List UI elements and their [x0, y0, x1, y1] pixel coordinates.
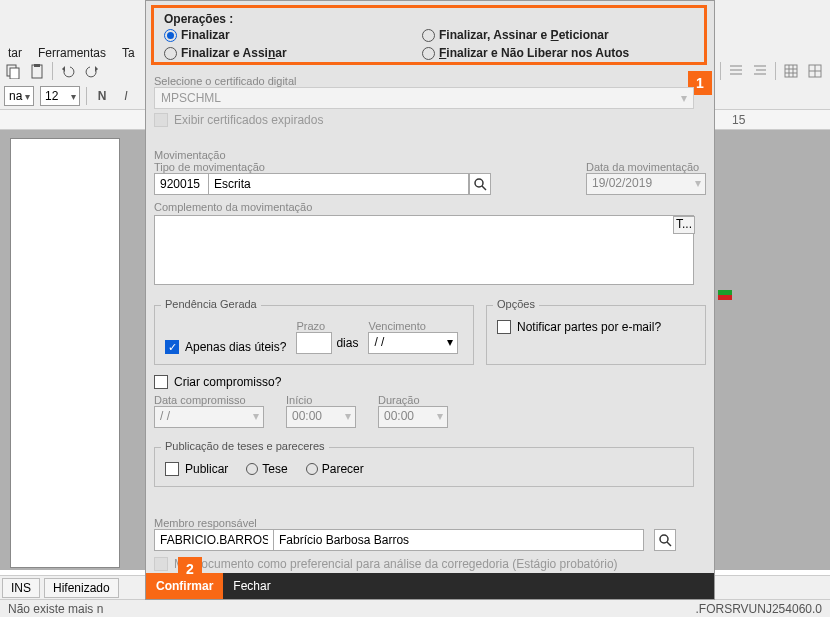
fechar-button[interactable]: Fechar — [223, 573, 280, 599]
callout-badge-2: 2 — [178, 557, 202, 581]
search-tipo-button[interactable] — [469, 173, 491, 195]
radio-finalizar-nao-liberar[interactable]: Finalizar e Não Liberar nos Autos — [422, 46, 722, 60]
duracao-label: Duração — [378, 394, 448, 406]
membro-label: Membro responsável — [154, 517, 706, 529]
radio-finalizar[interactable]: Finalizar — [164, 28, 414, 42]
status-ins[interactable]: INS — [2, 578, 40, 598]
status-msg: Não existe mais n — [8, 602, 103, 616]
svg-line-7 — [482, 186, 486, 190]
radio-finalizar-assinar[interactable]: Finalizar e Assinar — [164, 46, 414, 60]
ruler-tick: 15 — [732, 113, 745, 127]
svg-line-9 — [667, 542, 671, 546]
svg-point-6 — [475, 179, 483, 187]
notificar-checkbox[interactable]: Notificar partes por e-mail? — [497, 320, 661, 334]
svg-rect-1 — [10, 68, 19, 79]
redo-icon[interactable] — [83, 62, 101, 80]
publicacao-section: Publicação de teses e pareceres Publicar… — [154, 447, 706, 487]
svg-point-8 — [660, 535, 668, 543]
font-size-combo[interactable]: 12 — [40, 86, 80, 106]
menu-item[interactable]: Ta — [118, 44, 139, 62]
membro-section: Membro responsável M r documento como pr… — [154, 517, 706, 574]
font-name-combo[interactable]: na — [4, 86, 34, 106]
tipo-code-input[interactable] — [154, 173, 209, 195]
divider — [86, 87, 87, 105]
radio-finalizar-assinar-peticionar[interactable]: Finalizar, Assinar e Peticionar — [422, 28, 722, 42]
pendencia-title: Pendência Gerada — [161, 298, 261, 310]
compromisso-section: Criar compromisso? Data compromisso / /▾… — [154, 375, 706, 428]
tipo-desc-input[interactable] — [209, 173, 469, 195]
opcoes-title: Opções — [493, 298, 539, 310]
chevron-down-icon: ▾ — [695, 176, 701, 190]
data-mov-label: Data da movimentação — [586, 161, 706, 173]
chevron-down-icon: ▾ — [345, 409, 351, 423]
tipo-label: Tipo de movimentação — [154, 161, 491, 173]
italic-button[interactable]: I — [117, 87, 135, 105]
chevron-down-icon: ▾ — [253, 409, 259, 423]
movimentacao-section: Movimentação Tipo de movimentação Data d… — [154, 149, 706, 285]
certificate-section: Selecione o certificado digital MPSCHML … — [154, 75, 706, 130]
preferencial-checkbox: M r documento como preferencial para aná… — [154, 557, 618, 571]
complemento-t-button[interactable]: T... — [673, 216, 695, 234]
membro-nome-input[interactable] — [274, 529, 644, 551]
finalize-dialog: Operações : Finalizar Finalizar, Assinar… — [145, 0, 715, 600]
mov-title: Movimentação — [154, 149, 706, 161]
data-mov-field: 19/02/2019 ▾ — [586, 173, 706, 195]
inicio-field: 00:00▾ — [286, 406, 356, 428]
publicacao-groupbox: Publicação de teses e pareceres Publicar… — [154, 447, 694, 487]
align-icon[interactable] — [727, 62, 745, 80]
tese-radio[interactable]: Tese — [246, 462, 287, 476]
menu-bar: tar Ferramentas Ta — [0, 42, 143, 64]
align-icon[interactable] — [751, 62, 769, 80]
publicacao-title: Publicação de teses e pareceres — [161, 440, 329, 452]
cert-expired-checkbox: Exibir certificados expirados — [154, 113, 323, 127]
vencimento-field[interactable]: / / ▾ — [368, 332, 458, 354]
apenas-dias-uteis-checkbox[interactable]: Apenas dias úteis? — [165, 340, 286, 354]
cert-dropdown: MPSCHML — [154, 87, 694, 109]
search-icon — [473, 177, 487, 191]
bold-button[interactable]: N — [93, 87, 111, 105]
toolbar-row-2: na 12 N I — [4, 86, 135, 106]
duracao-field: 00:00▾ — [378, 406, 448, 428]
prazo-label: Prazo — [296, 320, 358, 332]
divider — [775, 62, 776, 80]
divider — [720, 62, 721, 80]
dias-label: dias — [336, 336, 358, 350]
operacoes-title: Operações : — [164, 12, 694, 26]
chevron-down-icon: ▾ — [437, 409, 443, 423]
parecer-radio[interactable]: Parecer — [306, 462, 364, 476]
dialog-button-bar: Confirmar Fechar — [146, 573, 714, 599]
table-icon[interactable] — [806, 62, 824, 80]
menu-item[interactable]: tar — [4, 44, 26, 62]
criar-compromisso-checkbox[interactable]: Criar compromisso? — [154, 375, 281, 389]
svg-rect-3 — [34, 64, 40, 67]
status-bar-2: Não existe mais n .FORSRVUNJ254060.0 — [0, 599, 830, 617]
complemento-label: Complemento da movimentação — [154, 201, 706, 213]
inicio-label: Início — [286, 394, 356, 406]
status-server: .FORSRVUNJ254060.0 — [695, 602, 822, 616]
undo-icon[interactable] — [59, 62, 77, 80]
toolbar-row-1 — [4, 62, 101, 80]
divider — [52, 62, 53, 80]
menu-item[interactable]: Ferramentas — [34, 44, 110, 62]
pendencia-groupbox: Pendência Gerada Apenas dias úteis? Praz… — [154, 305, 474, 365]
operacoes-group: Operações : Finalizar Finalizar, Assinar… — [151, 5, 707, 65]
vencimento-label: Vencimento — [368, 320, 458, 332]
table-icon[interactable] — [782, 62, 800, 80]
membro-login-input[interactable] — [154, 529, 274, 551]
flag-indicator — [718, 290, 732, 300]
complemento-textarea[interactable]: T... — [154, 215, 694, 285]
status-hyphen[interactable]: Hifenizado — [44, 578, 119, 598]
publicar-checkbox[interactable]: Publicar — [165, 462, 228, 476]
svg-rect-4 — [785, 65, 797, 77]
chevron-down-icon: ▾ — [447, 335, 453, 349]
document-page[interactable] — [10, 138, 120, 568]
prazo-input[interactable] — [296, 332, 332, 354]
toolbar-right-1 — [720, 62, 830, 80]
search-membro-button[interactable] — [654, 529, 676, 551]
data-comp-field: / /▾ — [154, 406, 264, 428]
search-icon — [658, 533, 672, 547]
opcoes-groupbox: Opções Notificar partes por e-mail? — [486, 305, 706, 365]
paste-icon[interactable] — [28, 62, 46, 80]
copy-icon[interactable] — [4, 62, 22, 80]
pendencia-opcoes-section: Pendência Gerada Apenas dias úteis? Praz… — [154, 305, 706, 365]
